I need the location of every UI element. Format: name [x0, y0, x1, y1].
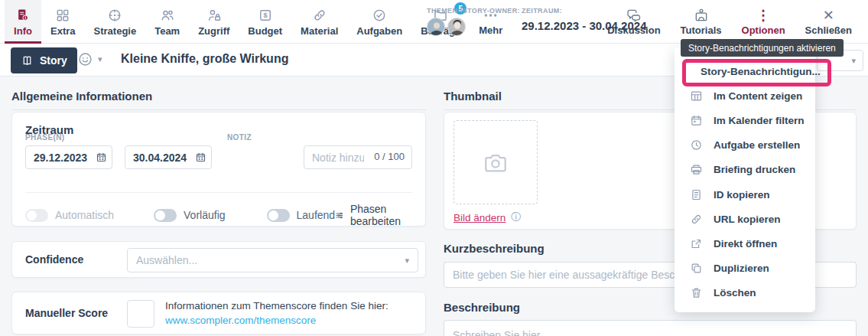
themenscore-link[interactable]: www.scompler.com/themenscore: [165, 315, 316, 326]
avatar[interactable]: [427, 18, 445, 36]
chevron-down-icon: ▾: [851, 56, 856, 66]
manueller-score-card: Manueller Score Informationen zum Themen…: [11, 292, 426, 334]
menu-item-label: Im Kalender filtern: [714, 115, 805, 126]
menu-item-duplizieren[interactable]: Duplizieren: [675, 256, 815, 281]
confidence-label: Confidence: [25, 253, 83, 266]
tab-strategie-label: Strategie: [94, 25, 137, 37]
tutorials-icon: [694, 8, 709, 23]
story-tab-label: Story: [40, 54, 67, 67]
camera-icon: [482, 148, 509, 176]
toggle-automatisch[interactable]: Automatisch: [25, 209, 114, 222]
zeitraum-card: Zeitraum PHASE(N) NOTIZ 0 / 100 Automati…: [11, 112, 426, 227]
tab-info[interactable]: Info: [5, 0, 41, 44]
story-owner-block: THEMEN-/STORY-OWNER:: [427, 7, 520, 36]
menu-item-label: Im Content zeigen: [714, 90, 802, 102]
menu-item-im-kalender-filtern[interactable]: Im Kalender filtern: [675, 108, 815, 132]
tab-strategie[interactable]: Strategie: [85, 0, 146, 44]
tab-aufgaben-label: Aufgaben: [356, 25, 402, 37]
tab-team[interactable]: Team: [145, 0, 189, 44]
diskussion-label: Diskussion: [607, 24, 660, 36]
optionen-label: Optionen: [742, 24, 785, 36]
toolbar-actions: Diskussion Tutorials ⋮ Optionen ✕ Schlie…: [597, 0, 862, 44]
tab-team-label: Team: [154, 25, 180, 37]
menu-item-story-benachrichtigungen[interactable]: Story-Benachrichtigun...: [675, 59, 815, 83]
info-document-icon: [15, 8, 31, 23]
bild-aendern-link[interactable]: Bild ändern: [454, 212, 506, 223]
external-link-icon: [690, 237, 703, 250]
toggle-laufend[interactable]: Laufend: [267, 209, 336, 222]
score-info-line: Informationen zum Themenscore finden Sie…: [165, 300, 388, 312]
toggle-pill: [25, 209, 48, 222]
menu-item-direkt-oeffnen[interactable]: Direkt öffnen: [675, 231, 815, 256]
thumbnail-dropzone[interactable]: [454, 120, 538, 204]
book-icon: [21, 54, 34, 67]
person-icon: [427, 18, 445, 36]
tutorials-label: Tutorials: [681, 24, 722, 36]
story-title: Kleine Kniffe, große Wirkung: [121, 52, 288, 66]
budget-icon: $: [258, 8, 273, 23]
person-lock-icon: [206, 8, 222, 23]
notiz-wrap: 0 / 100: [304, 145, 412, 169]
avatar[interactable]: [447, 18, 466, 36]
menu-item-label: Löschen: [714, 287, 756, 298]
toggle-laufend-label: Laufend: [297, 209, 336, 221]
notiz-label: NOTIZ: [227, 133, 252, 142]
confidence-select[interactable]: Auswählen... ▾: [127, 248, 418, 272]
date-from-input[interactable]: [25, 145, 112, 169]
tab-info-label: Info: [14, 25, 32, 37]
menu-item-im-content-zeigen[interactable]: Im Content zeigen: [675, 83, 815, 108]
phasen-bearbeiten-button[interactable]: Phasen bearbeiten: [335, 203, 412, 227]
menu-item-label: Duplizieren: [714, 263, 769, 274]
table-icon: [690, 90, 703, 103]
info-circle-icon[interactable]: ⓘ: [511, 210, 521, 224]
clock-icon: [690, 139, 703, 152]
menu-item-label: Story-Benachrichtigun...: [701, 66, 821, 77]
calendar-icon: [690, 114, 703, 127]
menu-item-id-kopieren[interactable]: ID kopieren: [675, 182, 815, 207]
menu-item-aufgabe-erstellen[interactable]: Aufgabe erstellen: [675, 133, 815, 158]
phase-label: PHASE(N): [25, 133, 65, 142]
grid-icon: [55, 8, 70, 23]
diskussion-button[interactable]: Diskussion: [597, 0, 670, 44]
chevron-down-icon: ▾: [405, 256, 409, 266]
zeitraum-inputs-row: 0 / 100: [25, 145, 412, 169]
menu-item-label: Direkt öffnen: [714, 238, 777, 250]
menu-item-label: ID kopieren: [714, 189, 770, 201]
tab-budget-label: Budget: [248, 25, 282, 37]
target-icon: [107, 8, 122, 23]
date-to-input[interactable]: [125, 145, 212, 169]
beschreibung-textarea[interactable]: [444, 320, 857, 336]
optionen-dropdown-menu: Story-Benachrichtigun... Im Content zeig…: [675, 47, 815, 312]
score-input[interactable]: [127, 300, 154, 328]
tutorials-button[interactable]: Tutorials: [671, 0, 732, 44]
menu-item-label: Aufgabe erstellen: [714, 139, 800, 151]
tab-extra[interactable]: Extra: [41, 0, 85, 44]
person-icon: [448, 18, 466, 36]
mood-selector[interactable]: ▾: [77, 51, 102, 67]
tab-zugriff[interactable]: Zugriff: [189, 0, 239, 44]
id-document-icon: [690, 188, 703, 201]
close-icon: ✕: [823, 8, 834, 23]
tab-material[interactable]: Material: [291, 0, 347, 44]
tab-budget[interactable]: $ Budget: [239, 0, 291, 44]
schliessen-button[interactable]: ✕ Schließen: [795, 0, 862, 44]
schliessen-label: Schließen: [805, 24, 852, 36]
printer-icon: [690, 163, 703, 176]
tab-material-label: Material: [301, 25, 338, 37]
story-tab[interactable]: Story: [11, 47, 77, 73]
story-benachrichtigungen-tooltip: Story-Benachrichtigungen aktivieren: [681, 39, 844, 57]
link-icon: [690, 213, 703, 226]
date-to-wrap: [125, 145, 212, 169]
optionen-button[interactable]: ⋮ Optionen: [732, 0, 795, 44]
toggle-vorlaeufig[interactable]: Vorläufig: [154, 209, 225, 222]
menu-item-loeschen[interactable]: Löschen: [675, 281, 815, 305]
phase-toggles-row: Automatisch Vorläufig Laufend Phasen bea…: [25, 192, 412, 227]
menu-item-briefing-drucken[interactable]: Briefing drucken: [675, 158, 815, 182]
chevron-down-icon: ▾: [98, 54, 102, 64]
tab-extra-label: Extra: [50, 25, 76, 37]
duplicate-icon: [690, 262, 703, 275]
top-toolbar: Info Extra Strategie Team Zugriff $ Budg…: [0, 0, 868, 44]
link-icon: [312, 8, 327, 23]
tab-aufgaben[interactable]: Aufgaben: [347, 0, 411, 44]
menu-item-url-kopieren[interactable]: URL kopieren: [675, 207, 815, 231]
